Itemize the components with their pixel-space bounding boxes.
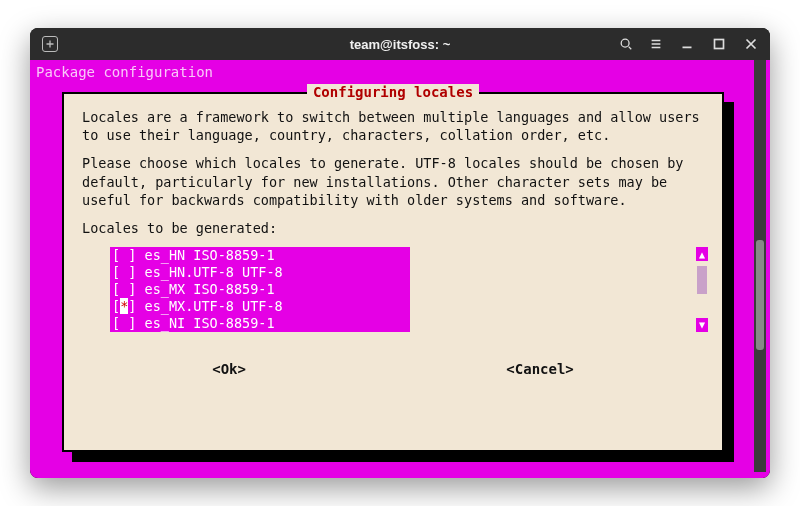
dialog-prompt: Locales to be generated: <box>82 219 704 237</box>
titlebar: team@itsfoss: ~ <box>30 28 770 60</box>
dialog-para1: Locales are a framework to switch betwee… <box>82 108 704 144</box>
ok-button[interactable]: <Ok> <box>212 360 246 379</box>
window-scrollbar-thumb[interactable] <box>756 240 764 350</box>
dialog-title-wrap: Configuring locales <box>64 84 722 100</box>
dialog-title: Configuring locales <box>307 84 479 100</box>
scroll-up-icon[interactable]: ▲ <box>696 247 708 261</box>
dialog-body: Locales are a framework to switch betwee… <box>64 94 722 387</box>
dialog-buttons: <Ok> <Cancel> <box>82 360 704 379</box>
list-scrollbar-thumb[interactable] <box>697 266 707 294</box>
list-item[interactable]: [ ] es_MX ISO-8859-1 <box>110 281 410 298</box>
cancel-button[interactable]: <Cancel> <box>506 360 573 379</box>
locale-list[interactable]: [ ] es_HN ISO-8859-1 [ ] es_HN.UTF-8 UTF… <box>110 247 410 331</box>
window-title: team@itsfoss: ~ <box>30 37 770 52</box>
scroll-down-icon[interactable]: ▼ <box>696 318 708 332</box>
list-scrollbar-track[interactable] <box>696 261 708 317</box>
list-item[interactable]: [ ] es_NI ISO-8859-1 <box>110 315 410 332</box>
terminal-body: Package configuration Configuring locale… <box>30 60 770 478</box>
page-header: Package configuration <box>36 64 213 80</box>
list-item[interactable]: [ ] es_HN ISO-8859-1 <box>110 247 410 264</box>
config-dialog: Configuring locales Locales are a framew… <box>62 92 724 452</box>
dialog-para2: Please choose which locales to generate.… <box>82 154 704 209</box>
list-item-highlighted[interactable]: [*] es_MX.UTF-8 UTF-8 <box>110 298 410 315</box>
list-scrollbar[interactable]: ▲ ▼ <box>696 247 708 331</box>
window-scrollbar[interactable] <box>754 60 766 472</box>
list-item[interactable]: [ ] es_HN.UTF-8 UTF-8 <box>110 264 410 281</box>
terminal-window: team@itsfoss: ~ Package configuration <box>30 28 770 478</box>
